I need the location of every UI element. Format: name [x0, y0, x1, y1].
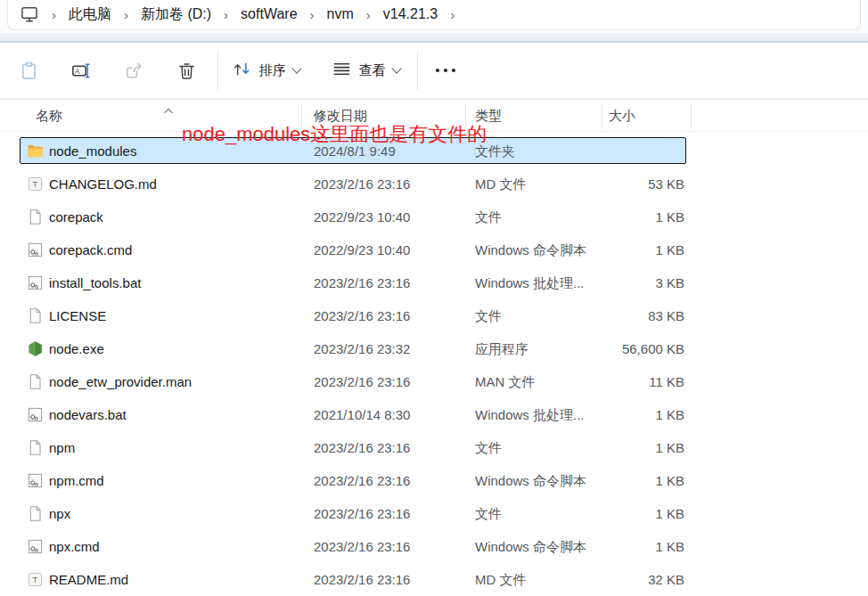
file-type: 文件: [475, 200, 502, 233]
file-date-modified: 2023/2/16 23:16: [314, 497, 410, 530]
sort-label: 排序: [259, 62, 286, 79]
toolbar-gap-band: [0, 33, 868, 43]
file-date-modified: 2022/9/23 10:40: [314, 200, 410, 233]
file-size: 1 KB: [519, 233, 684, 266]
this-pc-icon[interactable]: [12, 4, 45, 24]
plain-file-icon: [27, 505, 44, 522]
column-header-name[interactable]: 名称: [36, 108, 62, 125]
toolbar-divider: [417, 51, 418, 90]
md-file-icon: T: [27, 571, 44, 588]
file-name: node_modules: [49, 135, 136, 167]
toolbar-divider: [217, 51, 218, 90]
file-row[interactable]: T README.md 2023/2/16 23:16 MD 文件 32 KB: [20, 563, 686, 596]
sort-button[interactable]: 排序: [228, 53, 306, 88]
breadcrumb-item[interactable]: softWare: [235, 6, 302, 22]
file-row[interactable]: corepack.cmd 2022/9/23 10:40 Windows 命令脚…: [20, 233, 686, 266]
breadcrumb-item[interactable]: v14.21.3: [378, 6, 443, 22]
file-size: 1 KB: [519, 398, 684, 431]
md-file-icon: T: [27, 176, 44, 192]
chevron-right-icon: ›: [45, 7, 63, 22]
file-name: README.md: [49, 563, 128, 596]
chevron-right-icon: ›: [303, 7, 322, 22]
file-row[interactable]: node.exe 2023/2/16 23:32 应用程序 56,600 KB: [20, 332, 686, 365]
file-type: 文件: [475, 299, 502, 332]
file-name: npm: [49, 431, 75, 464]
breadcrumb-item[interactable]: nvm: [322, 6, 359, 22]
file-row[interactable]: install_tools.bat 2023/2/16 23:16 Window…: [20, 266, 686, 299]
plain-file-icon: [27, 439, 44, 456]
folder-icon: [27, 143, 44, 159]
column-divider[interactable]: [691, 103, 692, 128]
rename-button[interactable]: A: [62, 53, 98, 88]
breadcrumb-item[interactable]: 此电脑: [63, 5, 117, 24]
file-size: [519, 135, 684, 167]
file-row[interactable]: node_etw_provider.man 2023/2/16 23:16 MA…: [20, 365, 686, 398]
sort-icon: [232, 59, 252, 83]
file-name: install_tools.bat: [49, 266, 141, 299]
column-header-size[interactable]: 大小: [609, 108, 635, 125]
sort-ascending-icon: [163, 102, 174, 118]
plain-file-icon: [27, 307, 44, 324]
file-size: 1 KB: [519, 464, 684, 497]
file-name: node.exe: [49, 332, 104, 365]
file-row[interactable]: npx.cmd 2023/2/16 23:16 Windows 命令脚本 1 K…: [20, 530, 686, 563]
file-name: npx: [49, 497, 70, 530]
file-size: 1 KB: [519, 431, 684, 464]
file-row[interactable]: LICENSE 2023/2/16 23:16 文件 83 KB: [20, 299, 686, 332]
delete-button[interactable]: [168, 53, 204, 88]
file-size: 56,600 KB: [519, 332, 684, 365]
paste-button[interactable]: [11, 53, 46, 88]
breadcrumb: ›此电脑›新加卷 (D:)›softWare›nvm›v14.21.3›: [12, 0, 462, 29]
file-date-modified: 2023/2/16 23:16: [314, 431, 410, 464]
file-date-modified: 2022/9/23 10:40: [314, 233, 410, 266]
file-name: npm.cmd: [49, 464, 104, 497]
file-name: nodevars.bat: [49, 398, 127, 431]
chevron-right-icon: ›: [443, 7, 462, 22]
file-name: corepack: [49, 200, 103, 233]
command-toolbar: A 排序 查看: [0, 43, 868, 100]
file-date-modified: 2023/2/16 23:16: [314, 299, 410, 332]
chevron-down-icon: [391, 63, 401, 73]
chevron-down-icon: [291, 63, 301, 73]
file-date-modified: 2023/2/16 23:16: [314, 563, 410, 596]
file-name: LICENSE: [49, 299, 106, 332]
node-exe-icon: [27, 340, 44, 357]
file-name: node_etw_provider.man: [49, 365, 192, 398]
file-date-modified: 2023/2/16 23:16: [314, 530, 410, 563]
file-row[interactable]: npm.cmd 2023/2/16 23:16 Windows 命令脚本 1 K…: [20, 464, 686, 497]
file-type: 文件: [475, 497, 502, 530]
file-size: 83 KB: [519, 299, 684, 332]
file-row[interactable]: nodevars.bat 2021/10/14 8:30 Windows 批处理…: [20, 398, 686, 431]
column-divider[interactable]: [602, 103, 602, 128]
file-name: corepack.cmd: [49, 233, 132, 266]
more-options-button[interactable]: [428, 53, 463, 88]
svg-text:A: A: [74, 67, 79, 75]
chevron-right-icon: ›: [359, 7, 378, 22]
file-name: npx.cmd: [49, 530, 100, 563]
breadcrumb-item[interactable]: 新加卷 (D:): [135, 5, 217, 24]
script-file-icon: [27, 406, 44, 423]
address-bar-zone: ›此电脑›新加卷 (D:)›softWare›nvm›v14.21.3›: [0, 0, 868, 33]
file-size: 1 KB: [519, 200, 684, 233]
view-label: 查看: [359, 62, 386, 79]
script-file-icon: [27, 538, 44, 555]
file-date-modified: 2021/10/14 8:30: [314, 398, 410, 431]
file-size: 32 KB: [519, 563, 684, 596]
plain-file-icon: [27, 208, 44, 225]
view-button[interactable]: 查看: [328, 53, 405, 88]
file-date-modified: 2023/2/16 23:16: [314, 464, 410, 497]
svg-text:T: T: [33, 179, 38, 189]
file-row[interactable]: npx 2023/2/16 23:16 文件 1 KB: [20, 497, 686, 530]
svg-text:T: T: [33, 575, 38, 584]
share-button[interactable]: [116, 53, 151, 88]
view-icon: [332, 59, 352, 83]
file-size: 3 KB: [519, 266, 684, 299]
file-size: 1 KB: [519, 530, 684, 563]
annotation-text: node_modules这里面也是有文件的: [182, 121, 487, 148]
file-row[interactable]: corepack 2022/9/23 10:40 文件 1 KB: [20, 200, 686, 233]
file-row[interactable]: T CHANGELOG.md 2023/2/16 23:16 MD 文件 53 …: [20, 167, 686, 200]
plain-file-icon: [27, 373, 44, 390]
file-size: 53 KB: [519, 167, 684, 200]
file-row[interactable]: npm 2023/2/16 23:16 文件 1 KB: [20, 431, 686, 464]
file-size: 1 KB: [519, 497, 684, 530]
